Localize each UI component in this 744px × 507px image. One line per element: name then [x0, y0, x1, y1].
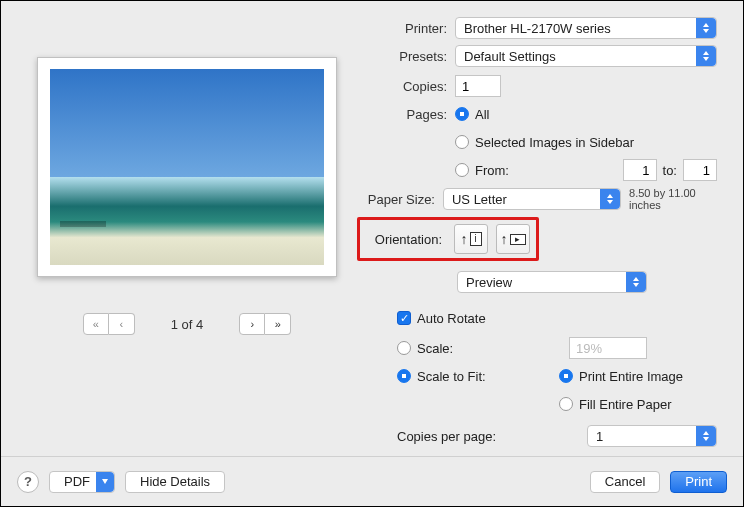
scale-input: [569, 337, 647, 359]
prev-group: « ‹: [83, 313, 135, 335]
copies-input[interactable]: [455, 75, 501, 97]
section-select-value: Preview: [466, 275, 512, 290]
hide-details-label: Hide Details: [140, 474, 210, 489]
pdf-button-label: PDF: [64, 474, 90, 489]
first-page-button[interactable]: «: [83, 313, 109, 335]
chevron-updown-icon: [696, 18, 716, 38]
hide-details-button[interactable]: Hide Details: [125, 471, 225, 493]
scale-label: Scale:: [417, 341, 453, 356]
orientation-highlight: Orientation: ↑ İ ↑ ▸: [357, 217, 539, 261]
pages-to-input[interactable]: [683, 159, 717, 181]
pages-all-label: All: [475, 107, 489, 122]
chevron-down-icon: [96, 472, 114, 492]
paper-dims-text: 8.50 by 11.00 inches: [629, 187, 717, 211]
cancel-button[interactable]: Cancel: [590, 471, 660, 493]
preview-column: « ‹ 1 of 4 › »: [17, 17, 357, 441]
print-dialog: « ‹ 1 of 4 › » Printer: Brother HL-2170W…: [0, 0, 744, 507]
auto-rotate-label: Auto Rotate: [417, 311, 486, 326]
dialog-footer: ? PDF Hide Details Cancel Print: [1, 456, 743, 506]
prev-page-button[interactable]: ‹: [109, 313, 135, 335]
pages-from-input[interactable]: [623, 159, 657, 181]
paginator: « ‹ 1 of 4 › »: [83, 313, 292, 335]
orientation-label: Orientation:: [366, 232, 446, 247]
page-indicator: 1 of 4: [171, 317, 204, 332]
paper-size-select-value: US Letter: [452, 192, 507, 207]
auto-rotate-checkbox[interactable]: ✓: [397, 311, 411, 325]
pages-from-radio[interactable]: [455, 163, 469, 177]
paper-size-label: Paper Size:: [357, 192, 443, 207]
scale-to-fit-label: Scale to Fit:: [417, 369, 486, 384]
pdf-menu-button[interactable]: PDF: [49, 471, 115, 493]
preview-frame: [37, 57, 337, 277]
print-label: Print: [685, 474, 712, 489]
next-page-button[interactable]: ›: [239, 313, 265, 335]
pages-label: Pages:: [357, 107, 455, 122]
print-entire-image-label: Print Entire Image: [579, 369, 683, 384]
section-select[interactable]: Preview: [457, 271, 647, 293]
chevron-updown-icon: [626, 272, 646, 292]
chevron-updown-icon: [600, 189, 620, 209]
copies-label: Copies:: [357, 79, 455, 94]
copies-per-page-label: Copies per page:: [397, 429, 527, 444]
dialog-content: « ‹ 1 of 4 › » Printer: Brother HL-2170W…: [1, 1, 743, 441]
presets-select[interactable]: Default Settings: [455, 45, 717, 67]
printer-label: Printer:: [357, 21, 455, 36]
page-icon: İ: [470, 232, 482, 246]
arrow-up-icon: ↑: [461, 231, 468, 247]
preview-thumbnail: [50, 69, 324, 265]
help-button[interactable]: ?: [17, 471, 39, 493]
pages-to-label: to:: [663, 163, 677, 178]
chevron-updown-icon: [696, 46, 716, 66]
pages-from-label: From:: [475, 163, 509, 178]
presets-label: Presets:: [357, 49, 455, 64]
page-icon: ▸: [510, 234, 526, 245]
paper-size-select[interactable]: US Letter: [443, 188, 621, 210]
copies-per-page-select[interactable]: 1: [587, 425, 717, 447]
copies-per-page-value: 1: [596, 429, 603, 444]
orientation-landscape-button[interactable]: ↑ ▸: [496, 224, 530, 254]
scale-radio[interactable]: [397, 341, 411, 355]
cancel-label: Cancel: [605, 474, 645, 489]
print-button[interactable]: Print: [670, 471, 727, 493]
fill-entire-paper-radio[interactable]: [559, 397, 573, 411]
settings-column: Printer: Brother HL-2170W series Presets…: [357, 17, 727, 441]
printer-select-value: Brother HL-2170W series: [464, 21, 611, 36]
last-page-button[interactable]: »: [265, 313, 291, 335]
print-entire-image-radio[interactable]: [559, 369, 573, 383]
printer-select[interactable]: Brother HL-2170W series: [455, 17, 717, 39]
chevron-updown-icon: [696, 426, 716, 446]
pages-sidebar-label: Selected Images in Sidebar: [475, 135, 634, 150]
scale-to-fit-radio[interactable]: [397, 369, 411, 383]
pages-sidebar-radio[interactable]: [455, 135, 469, 149]
next-group: › »: [239, 313, 291, 335]
orientation-portrait-button[interactable]: ↑ İ: [454, 224, 488, 254]
presets-select-value: Default Settings: [464, 49, 556, 64]
pages-all-radio[interactable]: [455, 107, 469, 121]
arrow-up-icon: ↑: [501, 231, 508, 247]
fill-entire-paper-label: Fill Entire Paper: [579, 397, 671, 412]
